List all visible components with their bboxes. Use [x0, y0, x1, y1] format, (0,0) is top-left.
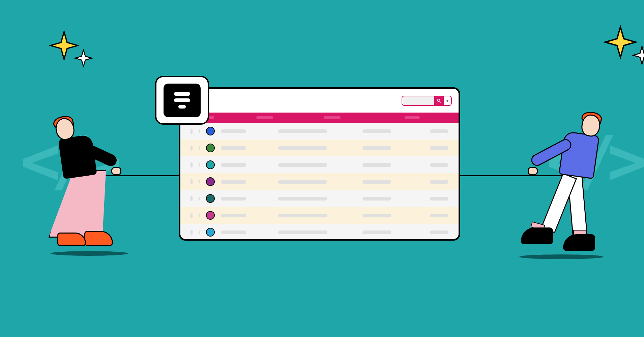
person-left	[44, 118, 138, 253]
column-header	[256, 116, 273, 119]
avatar	[206, 144, 215, 152]
avatar	[206, 194, 215, 203]
row-number	[199, 129, 200, 133]
cell-placeholder	[362, 197, 391, 201]
search-dropdown[interactable]: ▼	[444, 96, 451, 105]
cell-placeholder	[278, 146, 327, 150]
cell-placeholder	[430, 163, 448, 167]
row-checkbox[interactable]	[191, 230, 193, 235]
row-checkbox[interactable]	[191, 179, 193, 184]
search-button[interactable]	[434, 96, 444, 105]
table-row[interactable]	[180, 207, 459, 224]
cell-placeholder	[362, 146, 391, 150]
svg-point-0	[437, 99, 440, 101]
search-box[interactable]: ▼	[402, 96, 452, 106]
avatar	[206, 127, 215, 135]
cell-placeholder	[278, 180, 327, 184]
avatar	[206, 228, 215, 237]
cell-placeholder	[278, 163, 327, 167]
cell-placeholder	[430, 231, 448, 234]
svg-line-1	[440, 101, 441, 103]
row-number	[199, 146, 200, 150]
cell-placeholder	[221, 231, 246, 234]
app-logo-icon	[164, 84, 201, 117]
cell-placeholder	[362, 214, 391, 217]
table-header	[180, 113, 459, 123]
avatar	[206, 160, 215, 169]
cell-placeholder	[430, 214, 448, 217]
row-checkbox[interactable]	[191, 213, 193, 218]
person-right	[509, 115, 610, 256]
cell-placeholder	[278, 231, 327, 234]
cell-placeholder	[221, 163, 246, 167]
column-header	[405, 116, 420, 119]
cell-placeholder	[362, 180, 391, 184]
cell-placeholder	[430, 129, 448, 133]
star-icon	[74, 49, 93, 67]
column-header	[324, 116, 341, 119]
cell-placeholder	[221, 214, 246, 217]
table-row[interactable]	[180, 140, 459, 156]
table-row[interactable]	[180, 190, 459, 207]
star-icon	[632, 45, 644, 65]
search-input[interactable]	[402, 96, 434, 105]
row-number	[199, 180, 200, 183]
cell-placeholder	[362, 163, 391, 167]
search-icon	[437, 98, 441, 103]
cell-placeholder	[278, 129, 327, 133]
row-number	[199, 214, 200, 217]
row-checkbox[interactable]	[191, 129, 193, 134]
cell-placeholder	[430, 180, 448, 184]
row-checkbox[interactable]	[191, 146, 193, 151]
avatar	[206, 211, 215, 220]
cell-placeholder	[430, 197, 448, 201]
table-row[interactable]	[180, 173, 459, 190]
cell-placeholder	[278, 214, 327, 217]
row-number	[199, 163, 200, 166]
cell-placeholder	[430, 146, 448, 150]
cell-placeholder	[221, 197, 246, 201]
browser-toolbar: ▼	[180, 89, 459, 113]
row-number	[199, 231, 200, 234]
cell-placeholder	[221, 129, 246, 133]
cell-placeholder	[221, 180, 246, 184]
cell-placeholder	[362, 129, 391, 133]
row-checkbox[interactable]	[191, 162, 193, 167]
table-row[interactable]	[180, 123, 459, 140]
cell-placeholder	[278, 197, 327, 201]
table-row[interactable]	[180, 224, 459, 241]
table-body	[180, 123, 459, 241]
app-logo-badge	[155, 76, 209, 125]
browser-window: ▼	[179, 87, 460, 241]
row-checkbox[interactable]	[191, 196, 193, 201]
avatar	[206, 177, 215, 186]
row-number	[199, 197, 200, 200]
cell-placeholder	[362, 231, 391, 234]
cell-placeholder	[221, 146, 246, 150]
table-row[interactable]	[180, 156, 459, 173]
